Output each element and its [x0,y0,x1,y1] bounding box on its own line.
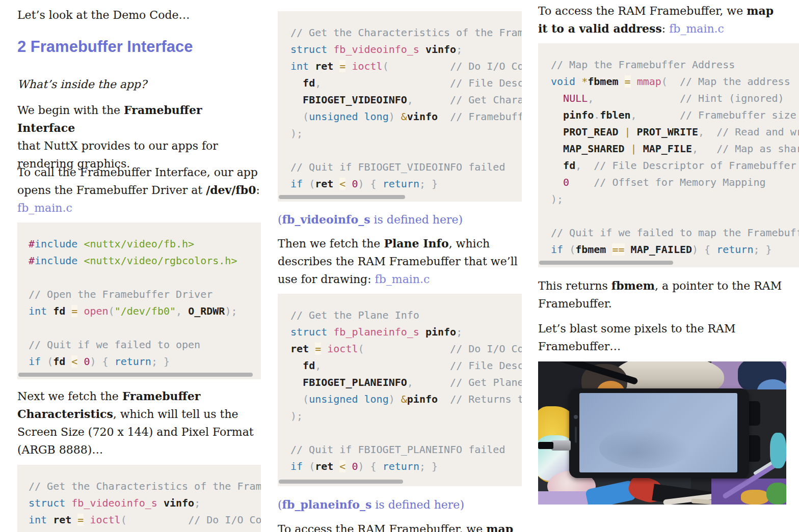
code-line: void *fbmem = mmap( // Map the address [551,73,799,90]
code-line: int ret = ioctl( // Do I/O Command [290,58,522,75]
horizontal-scrollbar[interactable] [279,195,405,199]
code-line: PROT_READ | PROT_WRITE, // Read and writ… [551,124,799,141]
code-line: // Quit if we failed to open [29,337,261,353]
paragraph-returns-fbmem: This returns fbmem, a pointer to the RAM… [538,277,790,313]
code-line [290,142,522,159]
horizontal-scrollbar[interactable] [539,261,673,265]
code-line: FBIOGET_VIDEOINFO, // Get Characteristic… [290,92,522,108]
text-run: : [662,22,669,35]
code-block-get-characteristics-left: // Get the Characteristics of the Frameb… [17,465,261,532]
code-line [551,208,799,225]
text-run: fbmem [611,279,655,292]
text-run: map [486,522,513,532]
horizontal-scrollbar[interactable] [279,480,403,484]
code-line: int ret = ioctl( // Do I/O Command [29,512,261,528]
text-run: Plane Info [384,237,448,250]
text-run: Framebuffer. [538,297,612,310]
text-run: , which will tell us the [113,408,238,421]
text-run: that NuttX provides to our apps for [17,139,218,152]
paragraph-access-clipped: To access the RAM Framebuffer, we map [278,520,522,532]
subtitle-question: What’s inside the app? [17,75,261,93]
text-run: use for drawing: [278,273,375,286]
text-run: Screen Size (720 x 144) and Pixel Format [17,426,254,438]
photo-phone-blue-screen [538,361,786,505]
code-line: MAP_SHARED | MAP_FILE, // Map as shared [551,141,799,157]
code-line: int fd = open("/dev/fb0", O_RDWR); [29,303,261,320]
photo-green-patch [766,483,786,505]
code-line: (unsigned long) &pinfo // Returns the Pl… [290,391,522,408]
code-line: struct fb_videoinfo_s vinfo; [290,41,522,58]
text-run: This returns [538,279,611,292]
link[interactable]: fb_main.c [375,273,430,286]
article-page: Let’s look at the Demo Code… 2 Framebuff… [0,0,799,532]
text-run: (ARGB 8888)… [17,443,103,456]
code-line [290,425,522,441]
code-line: fd, // File Descriptor [290,357,522,374]
usb-cable [538,442,553,449]
paragraph-open-driver: To call the Framebuffer Interface, our a… [17,163,261,217]
code-line: // Quit if FBIOGET_VIDEOINFO failed [290,159,522,176]
text-run: Then we fetch the [278,237,384,250]
code-line: if (fbmem == MAP_FAILED) { return; } [551,241,799,258]
code-line: ); [290,408,522,425]
code-line: // Get the Characteristics of the Frameb… [290,24,522,41]
text-run: Let’s blast some pixels to the RAM [538,322,735,335]
text-run: To access the RAM Framebuffer, we [278,523,486,532]
text-run: , a pointer to the RAM [655,279,782,292]
code-line: fd, // File Descriptor of Framebuffer [551,157,799,174]
text-run: Framebuffer [122,389,200,403]
code-line: // Quit if we failed to map the Framebuf… [551,225,799,241]
code-line: if (fd < 0) { return; } [29,353,261,370]
code-line: struct fb_planeinfo_s pinfo; [290,324,522,341]
intro-text: Let’s look at the Demo Code… [17,6,261,24]
text-run: it to a valid address [538,22,662,35]
text-run: : [256,184,260,197]
code-block-get-planeinfo: // Get the Plane Infostruct fb_planeinfo… [278,294,522,486]
text-run: We begin with the [17,104,124,117]
text-run: map [747,4,774,17]
code-block-mmap: // Map the Framebuffer Addressvoid *fbme… [538,43,799,267]
code-line [29,269,261,286]
text-run: To call the Framebuffer Interface, our a… [17,166,258,179]
paragraph-map-address: To access the RAM Framebuffer, we mapit … [538,2,790,38]
paragraph-blast-pixels: Let’s blast some pixels to the RAMFrameb… [538,320,790,355]
paragraph-characteristics: Next we fetch the FramebufferCharacteris… [17,387,261,459]
horizontal-scrollbar[interactable] [18,373,253,377]
link[interactable]: is defined here) [371,498,464,511]
code-line: #include <nuttx/video/fb.h> [29,236,261,253]
text-run: Framebuffer… [538,340,621,353]
text-run: opens the Framebuffer Driver at [17,184,206,197]
code-block-get-videoinfo: // Get the Characteristics of the Frameb… [278,11,522,202]
link[interactable]: fb_videoinfo_s [282,213,370,226]
link[interactable]: fb_main.c [669,22,724,35]
code-line: if (ret < 0) { return; } [290,176,522,192]
code-line: pinfo.fblen, // Framebuffer size [551,107,799,124]
link[interactable]: ( [278,498,282,511]
code-line: (unsigned long) &vinfo // Framebuffer Ch… [290,108,522,125]
section-heading: 2 Framebuffer Interface [17,38,261,56]
paragraph-framebuffer-interface: We begin with the Framebuffer Interfacet… [17,101,261,173]
code-line: // Get the Plane Info [290,307,522,324]
code-line: #include <nuttx/video/rgbcolors.h> [29,253,261,269]
code-line: 0 // Offset for Memory Mapping [551,174,799,191]
link-fb-planeinfo-defined[interactable]: (fb_planeinfo_s is defined here) [278,496,522,514]
code-line: // Get the Characteristics of the Frameb… [29,478,261,495]
text-run: Next we fetch the [17,390,122,403]
link[interactable]: ( [278,213,282,226]
link[interactable]: fb_planeinfo_s [282,498,372,511]
code-line: ); [290,125,522,142]
link-fb-videoinfo-defined[interactable]: (fb_videoinfo_s is defined here) [278,211,522,229]
code-line: FBIOGET_PLANEINFO, // Get Plane Info [290,374,522,391]
link[interactable]: fb_main.c [17,202,72,214]
photo-yellow-patch [741,490,769,505]
phone-screen-smudge [599,428,691,468]
link[interactable]: is defined here) [370,213,463,226]
text-run: To access the RAM Framebuffer, we [538,5,747,17]
usb-connector [551,440,571,451]
code-line: // Map the Framebuffer Address [551,57,799,73]
code-line: if (ret < 0) { return; } [290,458,522,475]
code-line: // Quit if FBIOGET_PLANEINFO failed [290,441,522,458]
text-run: Characteristics [17,407,113,421]
code-block-open-driver: #include <nuttx/video/fb.h>#include <nut… [17,222,261,379]
code-line: NULL, // Hint (ignored) [551,90,799,107]
